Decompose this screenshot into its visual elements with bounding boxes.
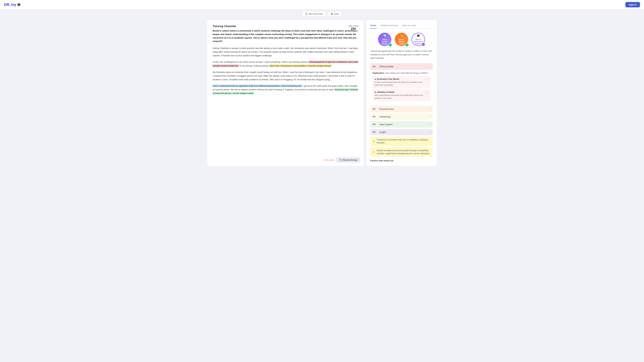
step-connector-2 bbox=[408, 39, 412, 39]
authenticity-chevron-icon: › bbox=[430, 115, 430, 118]
star-item-1: ★ Transforms a mundane topic into a comp… bbox=[370, 137, 433, 146]
max-words-label: Max words bbox=[348, 25, 358, 27]
writing-quality-explanation: Explanation: How clearly and coherently … bbox=[373, 72, 430, 74]
sign-in-button[interactable]: Sign in bbox=[626, 2, 640, 7]
new-document-button[interactable]: New document bbox=[302, 11, 326, 16]
insight-score: 4/4 bbox=[373, 131, 377, 133]
sub-item-attention: b. Attention to Detail Minor grammatical… bbox=[373, 89, 430, 101]
star-item-2: ★ Depicts exceptional personal growth th… bbox=[370, 147, 433, 157]
sub-item-attention-checkbox[interactable] bbox=[425, 91, 428, 94]
save-button[interactable]: Save bbox=[328, 11, 342, 16]
highlight-green-1: Along the way, I learned to teach the pe… bbox=[213, 88, 358, 94]
sub-item-attention-content: b. Attention to Detail Minor grammatical… bbox=[375, 91, 424, 99]
max-words-section: Max words 250 bbox=[348, 25, 358, 31]
sub-item-economize-desc: A more succinct expression can make your… bbox=[375, 81, 424, 86]
score-panel: Score Detailed summary Stats for nerds 💎… bbox=[366, 20, 437, 166]
logo-dr-text: DR. bbox=[4, 2, 10, 7]
document-title: Tutoring Charlotte bbox=[213, 25, 358, 28]
save-icon bbox=[331, 13, 333, 15]
authenticity-label: Authenticity bbox=[379, 115, 430, 118]
toolbar: New document Save bbox=[0, 9, 644, 18]
score-item-insight: 4/4 Insight › bbox=[370, 129, 433, 135]
step-1-icon: 💎 bbox=[383, 34, 386, 38]
tab-stats-for-nerds[interactable]: Stats for nerds bbox=[402, 24, 416, 28]
highlight-yellow-1: Each time I introduced a new problem, Ch… bbox=[270, 64, 332, 67]
score-header-authenticity[interactable]: 4/4 Authenticity › bbox=[370, 113, 433, 120]
score-item-value-system: 4/4 Value System › bbox=[370, 121, 433, 128]
step-connector-1 bbox=[392, 39, 395, 39]
max-words-value: 250 bbox=[348, 27, 358, 31]
factors-title: Factors that stood out bbox=[370, 159, 433, 162]
essay-content: Brown's culture fosters a community in w… bbox=[213, 29, 358, 95]
save-label: Save bbox=[334, 12, 339, 15]
essay-paragraph-2: At first, her unwillingness to try came … bbox=[213, 60, 358, 67]
score-header-personal-voice[interactable]: 4/4 Personal Voice › bbox=[370, 106, 433, 112]
editor-panel: Tutoring Charlotte Max words 250 Brown's… bbox=[207, 20, 364, 166]
star-icon-1: ★ bbox=[373, 139, 375, 143]
score-header-value-system[interactable]: 4/4 Value System › bbox=[370, 121, 433, 128]
step-2-check: ✓ bbox=[405, 43, 409, 47]
sub-item-economize-label: a. Economize Your Words bbox=[375, 78, 424, 80]
essay-paragraph-3: My frustration grew so immense that I ca… bbox=[213, 70, 358, 81]
new-document-label: New document bbox=[308, 12, 323, 15]
star-icon-2: ★ bbox=[373, 150, 375, 154]
review-essay-label: Review Essay bbox=[343, 159, 357, 161]
insight-paragraph: I genuinely appreciate the student's abi… bbox=[370, 49, 433, 60]
authenticity-score: 4/4 bbox=[373, 115, 377, 118]
word-count: 244 words bbox=[324, 159, 334, 161]
logo: DR.Ivy 🎓 bbox=[4, 2, 21, 7]
review-icon bbox=[340, 159, 342, 161]
sub-item-economize-content: a. Economize Your Words A more succinct … bbox=[375, 78, 424, 86]
essay-prompt: Brown's culture fosters a community in w… bbox=[213, 29, 358, 43]
step-3-icon: 🎓 bbox=[416, 34, 420, 38]
score-item-authenticity: 4/4 Authenticity › bbox=[370, 113, 433, 120]
tab-detailed-summary[interactable]: Detailed summary bbox=[380, 24, 398, 28]
personal-voice-score: 4/4 bbox=[373, 108, 377, 110]
step-1-check: ✓ bbox=[388, 43, 392, 47]
sub-item-economize-checkbox[interactable] bbox=[425, 78, 428, 81]
score-item-personal-voice: 4/4 Personal Voice › bbox=[370, 106, 433, 112]
logo-ivy-text: Ivy bbox=[11, 2, 16, 7]
tab-score[interactable]: Score bbox=[370, 24, 376, 29]
insight-label: Insight bbox=[379, 131, 430, 133]
step-1-central-theme: 💎 Step 1:CentralTheme ✓ bbox=[378, 33, 392, 46]
sub-item-economize: a. Economize Your Words A more succinct … bbox=[373, 76, 430, 88]
essay-paragraph-4: Once I understood that we approach math … bbox=[213, 84, 358, 95]
value-system-score: 4/4 bbox=[373, 123, 377, 125]
document-icon bbox=[305, 13, 308, 15]
review-essay-button[interactable]: Review Essay bbox=[336, 157, 360, 163]
steps-section: 💎 Step 1:CentralTheme ✓ ✏️ Step 2:Writin… bbox=[370, 33, 433, 46]
logo-hat-icon: 🎓 bbox=[17, 3, 21, 7]
essay-paragraph-1: Asking Charlotte to answer a math questi… bbox=[213, 46, 358, 57]
score-tabs: Score Detailed summary Stats for nerds bbox=[370, 24, 433, 29]
writing-quality-chevron-icon: ⌄ bbox=[428, 65, 430, 68]
step-3-admissions: 🎓 Step 3:AdmissionsRubrics ✓ bbox=[412, 33, 425, 46]
step-1-label: Step 1:CentralTheme bbox=[382, 38, 388, 45]
writing-quality-score: 3/4 bbox=[373, 65, 377, 68]
sub-item-attention-label: b. Attention to Detail bbox=[375, 91, 424, 93]
highlight-blue-1: Once I understood that we approach math … bbox=[213, 85, 302, 87]
step-2-writing-basic: ✏️ Step 2:WritingBasic ✓ bbox=[395, 33, 408, 46]
score-item-writing-quality: 3/4 Writing Quality ⌄ Explanation: How c… bbox=[370, 63, 433, 104]
value-system-chevron-icon: › bbox=[430, 123, 430, 126]
personal-voice-chevron-icon: › bbox=[430, 107, 430, 110]
insight-chevron-icon: › bbox=[430, 131, 430, 134]
header: DR.Ivy 🎓 Sign in bbox=[0, 0, 644, 9]
main-content: Tutoring Charlotte Max words 250 Brown's… bbox=[204, 17, 440, 169]
editor-footer: 244 words Review Essay bbox=[324, 157, 360, 163]
star-item-2-text: Depicts exceptional personal growth thro… bbox=[377, 149, 430, 155]
personal-voice-label: Personal Voice bbox=[379, 108, 430, 110]
step-3-check: ✓ bbox=[422, 42, 425, 46]
step-2-label: Step 2:WritingBasic bbox=[399, 38, 404, 45]
writing-quality-expanded: Explanation: How clearly and coherently … bbox=[370, 70, 433, 104]
score-header-insight[interactable]: 4/4 Insight › bbox=[370, 129, 433, 135]
score-header-writing-quality[interactable]: 3/4 Writing Quality ⌄ bbox=[370, 63, 433, 70]
star-item-1-text: Transforms a mundane topic into a compel… bbox=[377, 138, 430, 144]
sub-item-attention-desc: Minor grammatical corrections can signif… bbox=[375, 94, 424, 99]
writing-quality-label: Writing Quality bbox=[379, 65, 428, 68]
step-2-icon: ✏️ bbox=[400, 34, 403, 38]
value-system-label: Value System bbox=[379, 123, 430, 126]
